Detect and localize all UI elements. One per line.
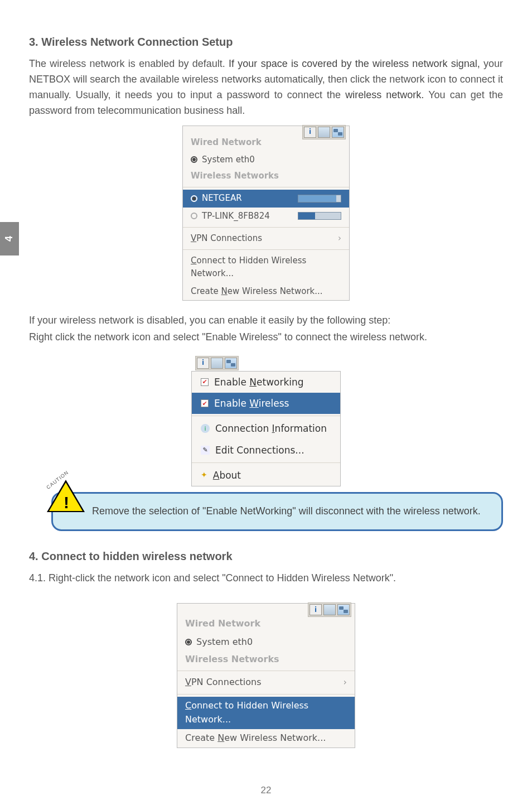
caution-text: Remove the selection of "Enable NetWorki… xyxy=(51,492,503,531)
signal-strength-icon xyxy=(298,212,341,220)
system-tray: i xyxy=(302,125,346,139)
chevron-right-icon: › xyxy=(338,232,341,245)
separator xyxy=(183,249,349,250)
display-tray-icon xyxy=(323,604,336,615)
wifi-netgear-item[interactable]: NETGEAR xyxy=(183,190,349,207)
star-icon: ✦ xyxy=(201,469,207,481)
page-number: 22 xyxy=(0,783,532,798)
connect-hidden-item[interactable]: Connect to Hidden Wireless Network... xyxy=(183,252,349,283)
figure-nm-popup-2: i Enable Networking Enable Wireless i Co… xyxy=(29,355,503,487)
figure-nm-popup-3: i Wired Network System eth0 Wireless Net… xyxy=(29,603,503,748)
info-tray-icon: i xyxy=(304,127,316,138)
system-eth0-item[interactable]: System eth0 xyxy=(177,633,355,652)
radio-on-icon xyxy=(191,195,197,202)
connect-hidden-item[interactable]: Connect to Hidden Wireless Network... xyxy=(177,697,355,729)
network-tray-icon[interactable] xyxy=(332,127,344,138)
system-tray: i xyxy=(308,602,351,617)
wireless-networks-header: Wireless Networks xyxy=(183,168,349,185)
section3-paragraph-2: If your wireless network is disabled, yo… xyxy=(29,313,503,329)
system-tray: i xyxy=(195,356,239,370)
nm-applet-menu: i Wired Network System eth0 Wireless Net… xyxy=(177,603,355,748)
system-eth0-label: System eth0 xyxy=(196,635,253,649)
system-eth0-label: System eth0 xyxy=(202,153,255,166)
enable-networking-item[interactable]: Enable Networking xyxy=(192,372,340,393)
wifi-netgear-label: NETGEAR xyxy=(202,192,242,205)
info-tray-icon: i xyxy=(197,358,209,369)
radio-off-icon xyxy=(191,213,197,219)
network-tray-icon[interactable] xyxy=(225,358,237,369)
caution-callout: ! CAUTION Remove the selection of "Enabl… xyxy=(51,492,503,531)
display-tray-icon xyxy=(211,358,223,369)
section4-title: 4. Connect to hidden wireless network xyxy=(29,548,503,565)
signal-strength-icon xyxy=(298,195,341,202)
wifi-tplink-label: TP-LINK_8FB824 xyxy=(202,210,270,223)
section3-paragraph-3: Right click the network icon and select … xyxy=(29,330,503,345)
enable-wireless-item[interactable]: Enable Wireless xyxy=(192,393,340,414)
create-new-wireless-item[interactable]: Create New Wireless Network... xyxy=(177,729,355,748)
create-new-wireless-item[interactable]: Create New Wireless Network... xyxy=(183,283,349,300)
separator xyxy=(177,671,355,671)
checkbox-checked-icon xyxy=(201,378,209,386)
separator xyxy=(177,694,355,695)
separator xyxy=(183,227,349,228)
vpn-connections-item[interactable]: VPN Connections › xyxy=(183,230,349,247)
wireless-networks-header: Wireless Networks xyxy=(177,652,355,669)
chapter-side-tab: 4 xyxy=(0,222,19,255)
radio-on-icon xyxy=(185,639,192,645)
section4-paragraph-1: 4.1. Right-click the network icon and se… xyxy=(29,571,503,586)
section3-paragraph-1: The wireless network is enabled by defau… xyxy=(29,56,503,119)
radio-on-icon xyxy=(191,156,197,163)
system-eth0-item[interactable]: System eth0 xyxy=(183,151,349,168)
about-item[interactable]: ✦ About xyxy=(192,465,340,486)
separator xyxy=(192,416,340,416)
checkbox-checked-icon xyxy=(201,399,209,407)
display-tray-icon xyxy=(318,127,330,138)
separator xyxy=(192,462,340,463)
edit-connections-item[interactable]: ✎ Edit Connections... xyxy=(192,440,340,461)
connection-information-item[interactable]: i Connection Information xyxy=(192,418,340,439)
info-tray-icon: i xyxy=(309,604,322,615)
vpn-connections-item[interactable]: VPN Connections › xyxy=(177,673,355,692)
separator xyxy=(183,187,349,187)
network-tray-icon[interactable] xyxy=(337,604,350,615)
figure-nm-popup-1: i Wired Network System eth0 Wireless Net… xyxy=(29,126,503,301)
edit-icon: ✎ xyxy=(201,446,210,455)
info-icon: i xyxy=(201,424,210,433)
nm-applet-menu: i Wired Network System eth0 Wireless Net… xyxy=(182,126,350,301)
wifi-tplink-item[interactable]: TP-LINK_8FB824 xyxy=(183,208,349,225)
chevron-right-icon: › xyxy=(344,676,347,690)
caution-sign-icon: ! CAUTION xyxy=(47,480,86,514)
section3-title: 3. Wireless Network Connection Setup xyxy=(29,33,503,51)
nm-context-menu: i Enable Networking Enable Wireless i Co… xyxy=(191,371,341,487)
